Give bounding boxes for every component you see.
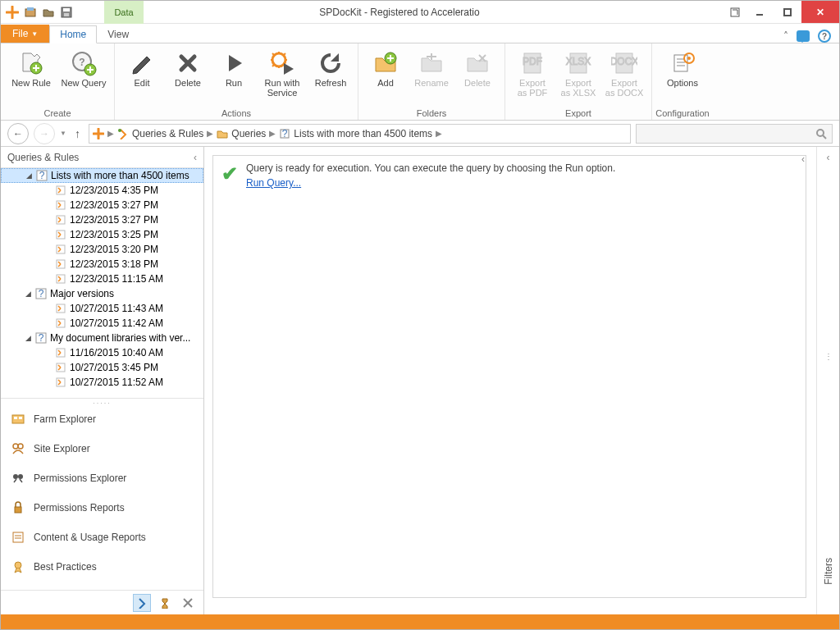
- nav-item-best-practices[interactable]: Best Practices: [1, 552, 203, 582]
- nav-item-label: Permissions Explorer: [34, 472, 126, 484]
- tree-leaf[interactable]: 12/23/2015 3:20 PM: [1, 242, 203, 257]
- delete-label: Delete: [175, 78, 201, 88]
- left-pane: Queries & Rules ‹ ◢?Lists with more than…: [1, 147, 204, 614]
- tree-leaf-label: 10/27/2015 11:42 AM: [70, 317, 163, 329]
- breadcrumb-root[interactable]: ▶: [93, 128, 114, 139]
- tree-leaf[interactable]: 10/27/2015 11:43 AM: [1, 301, 203, 316]
- breadcrumb-queries-rules[interactable]: Queries & Rules▶: [117, 128, 213, 139]
- svg-text:?: ?: [79, 57, 84, 68]
- nav-back-button[interactable]: ←: [7, 123, 29, 144]
- query-icon: ?: [36, 170, 48, 181]
- refresh-button[interactable]: Refresh: [308, 47, 353, 88]
- popout-button[interactable]: [724, 1, 746, 23]
- filters-label: Filters: [823, 558, 834, 585]
- close-button[interactable]: ✕: [801, 1, 839, 23]
- ribbon-collapse-icon[interactable]: ˄: [783, 30, 788, 42]
- tree-node[interactable]: ◢?My document libraries with ver...: [1, 331, 203, 345]
- message-panel: ✔ Query is ready for execution. You can …: [212, 155, 806, 598]
- ribbon-group-actions-label: Actions: [115, 108, 358, 120]
- nav-history-dropdown[interactable]: ▼: [60, 130, 66, 137]
- svg-point-41: [817, 130, 824, 136]
- tree-node[interactable]: ◢?Lists with more than 4500 items: [1, 168, 203, 183]
- nav-forward-button: →: [34, 123, 55, 144]
- filters-grip-icon[interactable]: ⋮: [824, 352, 833, 361]
- ribbon-group-create-label: Create: [1, 108, 114, 120]
- tree-leaf[interactable]: 12/23/2015 3:27 PM: [1, 198, 203, 212]
- tree-leaf[interactable]: 11/16/2015 10:40 AM: [1, 345, 203, 360]
- feedback-icon[interactable]: [797, 30, 810, 42]
- edit-button[interactable]: Edit: [120, 47, 164, 88]
- result-icon: [55, 273, 66, 285]
- nav-item-site-explorer[interactable]: Site Explorer: [1, 434, 203, 463]
- nav-item-content-usage-reports[interactable]: Content & Usage Reports: [1, 523, 203, 552]
- nav-item-icon: [11, 412, 25, 427]
- tree-leaf-label: 10/27/2015 11:52 AM: [70, 377, 163, 388]
- export-pdf-label: Export as PDF: [518, 78, 548, 98]
- help-icon[interactable]: ?: [818, 30, 831, 43]
- result-icon: [55, 185, 66, 196]
- tab-file[interactable]: File▼: [1, 25, 49, 43]
- options-button[interactable]: Options: [657, 47, 708, 88]
- tree-leaf-label: 11/16/2015 10:40 AM: [70, 347, 163, 358]
- tree-leaf[interactable]: 10/27/2015 11:42 AM: [1, 316, 203, 331]
- tree-node[interactable]: ◢?Major versions: [1, 286, 203, 301]
- center-collapse-icon[interactable]: ‹: [801, 153, 805, 165]
- query-icon: ?: [35, 332, 47, 344]
- delete-button[interactable]: Delete: [166, 47, 210, 88]
- chevron-down-icon: ▼: [31, 30, 38, 38]
- export-pdf-button: PDFExport as PDF: [510, 47, 555, 98]
- bottom-queries-icon[interactable]: [133, 594, 151, 612]
- tree-leaf[interactable]: 12/23/2015 3:18 PM: [1, 257, 203, 272]
- new-rule-label: New Rule: [11, 78, 51, 88]
- export-xlsx-label: Export as XLSX: [561, 78, 596, 98]
- nav-item-permissions-reports[interactable]: Permissions Reports: [1, 493, 203, 523]
- search-input[interactable]: [636, 124, 833, 144]
- run-query-link[interactable]: Run Query...: [246, 177, 615, 189]
- bottom-scheduled-icon[interactable]: [156, 594, 174, 612]
- nav-item-label: Permissions Reports: [34, 502, 125, 514]
- maximize-button[interactable]: [774, 1, 801, 23]
- breadcrumb-bar[interactable]: ▶ Queries & Rules▶ Queries▶ ?Lists with …: [89, 124, 631, 144]
- tab-home[interactable]: Home: [49, 25, 97, 43]
- rename-folder-button: Rename: [409, 47, 454, 88]
- run-button[interactable]: Run: [212, 47, 256, 88]
- nav-up-button[interactable]: ↑: [71, 127, 84, 140]
- tree-leaf-label: 12/23/2015 3:20 PM: [70, 244, 158, 255]
- tree-leaf-label: 12/23/2015 3:18 PM: [70, 258, 158, 270]
- tree-leaf[interactable]: 12/23/2015 3:25 PM: [1, 227, 203, 242]
- qat-open-icon[interactable]: [40, 4, 57, 21]
- status-bar: [1, 614, 839, 629]
- tree-leaf[interactable]: 10/27/2015 11:52 AM: [1, 375, 203, 390]
- breadcrumb-current[interactable]: ?Lists with more than 4500 items▶: [279, 128, 442, 139]
- add-folder-button[interactable]: Add: [363, 47, 408, 88]
- left-pane-collapse-icon[interactable]: ‹: [194, 152, 197, 163]
- svg-text:?: ?: [282, 128, 288, 139]
- app-icon: [4, 4, 21, 21]
- tree-splitter[interactable]: ·····: [1, 398, 203, 404]
- qat-save-icon[interactable]: [58, 4, 75, 21]
- bottom-tools-icon[interactable]: [179, 594, 197, 612]
- minimize-button[interactable]: [746, 1, 774, 23]
- run-with-service-button[interactable]: Run with Service: [258, 47, 307, 98]
- qat-snapshot-icon[interactable]: [22, 4, 39, 21]
- new-rule-button[interactable]: New Rule: [6, 47, 57, 88]
- filters-expand-icon[interactable]: ‹: [827, 152, 830, 163]
- result-icon: [55, 347, 66, 358]
- tree-leaf[interactable]: 12/23/2015 11:15 AM: [1, 272, 203, 286]
- nav-item-permissions-explorer[interactable]: Permissions Explorer: [1, 463, 203, 493]
- tree-leaf[interactable]: 12/23/2015 3:27 PM: [1, 212, 203, 227]
- tree-leaf[interactable]: 12/23/2015 4:35 PM: [1, 183, 203, 198]
- context-tab-data[interactable]: Data: [104, 1, 144, 24]
- breadcrumb-queries[interactable]: Queries▶: [217, 128, 276, 139]
- new-query-button[interactable]: ? New Query: [58, 47, 109, 88]
- export-docx-label: Export as DOCX: [605, 78, 643, 98]
- left-pane-header: Queries & Rules ‹: [1, 147, 203, 168]
- refresh-label: Refresh: [315, 78, 347, 88]
- tree-view[interactable]: ◢?Lists with more than 4500 items12/23/2…: [1, 168, 203, 398]
- tree-leaf[interactable]: 10/27/2015 3:45 PM: [1, 360, 203, 375]
- nav-item-farm-explorer[interactable]: Farm Explorer: [1, 404, 203, 434]
- ribbon: New Rule ? New Query Create Edit Delete …: [1, 43, 839, 121]
- options-label: Options: [667, 78, 698, 88]
- tab-view[interactable]: View: [97, 25, 139, 43]
- filters-rail[interactable]: ‹ ⋮ Filters: [816, 147, 839, 614]
